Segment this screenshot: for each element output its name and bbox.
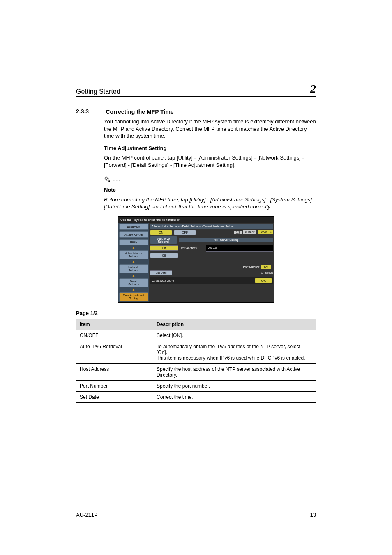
sidebar-network-settings[interactable]: Network Settings: [119, 264, 148, 273]
table-cell-desc: To automatically obtain the IPv6 address…: [153, 341, 316, 363]
sidebar-detail-settings[interactable]: Detail Settings: [119, 278, 148, 287]
mfp-screenshot: Use the keypad to enter the port number.…: [118, 216, 274, 303]
table-cell-item: Auto IPv6 Retrieval: [76, 341, 153, 363]
table-cell-desc: Correct the time.: [153, 391, 316, 402]
note-icon: ✎ ...: [104, 174, 316, 185]
table-row: Port Number Specify the port number.: [76, 380, 316, 391]
section-heading: 2.3.3 Correcting the MFP Time: [76, 108, 316, 116]
set-date-button[interactable]: Set Date: [150, 270, 172, 275]
port-range-label: 1 - 65535: [261, 271, 273, 274]
port-number-label: Port Number: [243, 266, 260, 268]
note-label: Note: [104, 186, 316, 194]
up-arrow-icon: ▲: [118, 246, 149, 250]
pager-back-button[interactable]: ↞ Back: [243, 230, 256, 234]
footer-page-number: 13: [310, 512, 316, 518]
sidebar-admin-settings[interactable]: Administrator Settings: [119, 250, 148, 259]
table-row: ON/OFF Select [ON].: [76, 330, 316, 341]
instruction-paragraph: On the MFP control panel, tap [Utility] …: [104, 154, 316, 169]
port-number-field[interactable]: 123: [261, 265, 271, 269]
mfp-datetime: 02/28/2012 09:46: [152, 279, 174, 282]
auto-ipv6-off-button[interactable]: Off: [150, 253, 178, 258]
intro-paragraph: You cannot log into Active Directory if …: [104, 118, 316, 140]
pager-forward-button[interactable]: Forwd. ↠: [258, 230, 273, 234]
host-address-field[interactable]: 0.0.0.0: [206, 245, 273, 252]
section-title: Correcting the MFP Time: [106, 109, 173, 115]
table-cell-item: ON/OFF: [76, 330, 153, 341]
table-cell-item: Set Date: [76, 391, 153, 402]
auto-ipv6-label: Auto IPv6 Retrieval: [150, 236, 177, 244]
sidebar-time-adjustment[interactable]: Time Adjustment Setting: [119, 292, 148, 301]
table-cell-desc: Select [ON].: [153, 330, 316, 341]
sidebar-display-keypad[interactable]: Display Keypad: [119, 231, 148, 238]
table-cell-item: Host Address: [76, 363, 153, 380]
toggle-on-button[interactable]: ON: [150, 230, 172, 235]
subheading: Time Adjustment Setting: [104, 145, 316, 152]
sidebar-utility[interactable]: Utility: [119, 239, 148, 245]
pager-indicator: 1/2: [234, 231, 242, 234]
table-cell-desc: Specify the port number.: [153, 380, 316, 391]
ntp-section-label: NTP Server Setting: [179, 238, 273, 242]
page-footer: AU-211P 13: [76, 510, 316, 518]
note-text: Before correcting the MFP time, tap [Uti…: [104, 196, 316, 210]
table-row: Set Date Correct the time.: [76, 391, 316, 402]
mfp-main-panel: Administrator Settings> Detail Settings>…: [149, 223, 274, 302]
up-arrow-icon: ▲: [118, 288, 149, 291]
mfp-hint-bar: Use the keypad to enter the port number.: [118, 217, 274, 223]
description-table: Item Description ON/OFF Select [ON]. Aut…: [76, 319, 316, 403]
chapter-number: 2: [310, 82, 316, 95]
page-1-2-label: Page 1/2: [76, 310, 316, 316]
up-arrow-icon: ▲: [118, 274, 149, 278]
table-header-description: Description: [153, 319, 316, 330]
ok-button[interactable]: OK: [255, 278, 272, 283]
toggle-off-button[interactable]: OFF: [174, 230, 196, 235]
table-cell-item: Port Number: [76, 380, 153, 391]
table-header-item: Item: [76, 319, 153, 330]
sidebar-bookmark[interactable]: Bookmark: [119, 224, 148, 230]
up-arrow-icon: ▲: [118, 260, 149, 264]
footer-model: AU-211P: [76, 512, 98, 518]
host-address-label: Host Address: [180, 247, 204, 250]
auto-ipv6-on-button[interactable]: On: [150, 245, 178, 251]
table-cell-desc: Specify the host address of the NTP serv…: [153, 363, 316, 380]
mfp-sidebar: Bookmark Display Keypad Utility ▲ Admini…: [118, 223, 149, 302]
header-left: Getting Started: [76, 88, 120, 95]
table-row: Host Address Specify the host address of…: [76, 363, 316, 380]
section-number: 2.3.3: [76, 108, 104, 115]
mfp-breadcrumb: Administrator Settings> Detail Settings>…: [150, 224, 273, 229]
table-row: Auto IPv6 Retrieval To automatically obt…: [76, 341, 316, 363]
page-header: Getting Started 2: [76, 82, 316, 97]
